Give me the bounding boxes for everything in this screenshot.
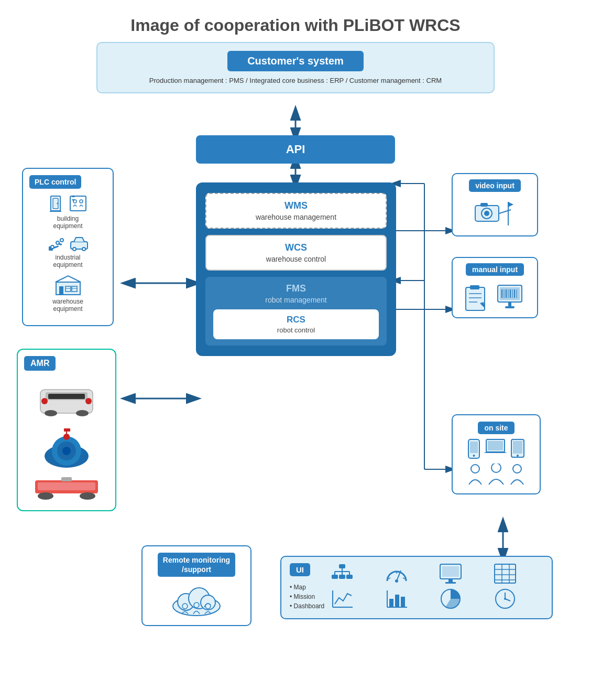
svg-point-98 xyxy=(471,465,479,473)
fms-box: FMS robot management RCS robot control xyxy=(205,277,387,346)
svg-point-97 xyxy=(517,455,519,457)
main-container: WMS warehouse management WCS warehouse c… xyxy=(196,182,396,356)
svg-rect-47 xyxy=(48,394,85,399)
customer-system-subtitle: Production management : PMS / Integrated… xyxy=(108,77,483,84)
wms-subtitle: warehouse management xyxy=(214,213,378,221)
svg-point-30 xyxy=(51,245,54,249)
warehouse-icons xyxy=(29,275,106,296)
svg-rect-115 xyxy=(332,575,338,579)
svg-rect-81 xyxy=(505,306,515,308)
svg-rect-60 xyxy=(38,482,95,490)
svg-rect-137 xyxy=(389,599,393,607)
svg-point-24 xyxy=(80,200,83,203)
camera-icon xyxy=(474,199,516,228)
manual-input-box: manual input xyxy=(452,257,538,318)
building-icons xyxy=(29,194,106,213)
fms-title: FMS xyxy=(213,283,379,294)
svg-rect-71 xyxy=(466,287,485,310)
svg-rect-67 xyxy=(480,203,488,207)
plc-warehouse-item: warehouseequipment xyxy=(29,275,106,313)
svg-point-51 xyxy=(76,410,89,416)
main-title: Image of cooperation with PLiBOT WRCS xyxy=(21,16,570,35)
cloud-icon xyxy=(170,585,223,617)
svg-point-61 xyxy=(38,492,53,500)
plc-industrial-item: industrialequipment xyxy=(29,236,106,268)
on-site-box: on site xyxy=(452,414,541,494)
manual-input-title: manual input xyxy=(466,263,524,276)
industrial-icons xyxy=(29,236,106,252)
svg-point-49 xyxy=(85,398,92,404)
on-site-people xyxy=(459,464,533,487)
svg-point-20 xyxy=(57,203,58,204)
svg-rect-72 xyxy=(470,285,479,289)
svg-point-99 xyxy=(491,464,501,472)
amr-robot3-svg xyxy=(32,476,101,500)
svg-rect-21 xyxy=(50,211,61,212)
svg-rect-139 xyxy=(401,597,405,607)
plc-box: PLC control xyxy=(22,168,114,326)
org-chart-icon xyxy=(331,563,354,584)
ui-dashboard-bullet: • Dashboard xyxy=(290,602,324,610)
ui-inner: UI • Map • Mission • Dashboard xyxy=(290,563,543,612)
elevator-icon xyxy=(70,194,86,213)
warehouse-building-icon xyxy=(55,275,81,296)
svg-point-104 xyxy=(201,595,215,610)
amr-robot2 xyxy=(24,427,109,474)
svg-rect-40 xyxy=(59,286,63,295)
ui-bullets: • Map • Mission • Dashboard xyxy=(290,584,324,610)
svg-marker-39 xyxy=(56,276,81,282)
svg-point-32 xyxy=(60,239,63,242)
plc-warehouse-label: warehouseequipment xyxy=(29,298,106,313)
svg-marker-26 xyxy=(72,199,75,201)
plc-building-label: buildingequipment xyxy=(29,215,106,230)
svg-point-48 xyxy=(41,398,48,404)
on-site-devices xyxy=(459,438,533,459)
monitor-icon xyxy=(439,563,462,584)
svg-point-92 xyxy=(473,455,475,457)
svg-rect-109 xyxy=(339,564,345,568)
remote-monitoring-box: Remote monitoring/support xyxy=(141,545,251,626)
rcs-box: RCS robot control xyxy=(213,309,379,339)
ui-title: UI xyxy=(290,563,310,576)
svg-point-55 xyxy=(62,447,71,455)
people-icon xyxy=(465,464,528,487)
api-label: API xyxy=(286,143,305,156)
plc-industrial-label: industrialequipment xyxy=(29,254,106,268)
customer-system-title: Customer's system xyxy=(227,51,364,71)
ui-map-bullet: • Map xyxy=(290,584,324,591)
svg-rect-91 xyxy=(470,441,478,453)
svg-rect-124 xyxy=(442,566,459,577)
manual-input-icons xyxy=(458,283,532,312)
amr-title: AMR xyxy=(24,356,56,371)
ui-box: UI • Map • Mission • Dashboard xyxy=(280,556,553,619)
svg-rect-116 xyxy=(339,575,345,579)
rcs-subtitle: robot control xyxy=(218,326,374,334)
ui-mission-bullet: • Mission xyxy=(290,593,324,600)
wcs-title: WCS xyxy=(214,242,378,253)
amr-box: AMR xyxy=(17,349,116,511)
plc-building-item: buildingequipment xyxy=(29,194,106,230)
svg-rect-138 xyxy=(395,595,399,607)
svg-rect-117 xyxy=(346,575,353,579)
plc-title: PLC control xyxy=(29,175,81,189)
svg-rect-80 xyxy=(508,302,511,306)
remote-title: Remote monitoring/support xyxy=(158,553,235,577)
video-input-box: video input xyxy=(452,173,538,236)
api-box: API xyxy=(196,135,395,164)
amr-robot2-svg xyxy=(38,427,95,472)
wcs-box: WCS warehouse control xyxy=(205,235,387,271)
svg-line-120 xyxy=(388,578,390,579)
svg-rect-96 xyxy=(513,441,522,454)
robot-arm-icon xyxy=(48,236,65,252)
wms-box: WMS warehouse management xyxy=(205,193,387,229)
video-input-title: video input xyxy=(469,179,521,192)
amr-robot1-svg xyxy=(30,379,103,421)
svg-point-50 xyxy=(45,410,57,416)
svg-point-37 xyxy=(83,248,85,250)
svg-point-62 xyxy=(80,492,95,500)
svg-rect-58 xyxy=(64,428,70,432)
amr-robot1 xyxy=(24,379,109,423)
amr-robot3 xyxy=(24,476,109,502)
svg-point-36 xyxy=(73,248,75,250)
ui-icons-grid xyxy=(331,563,543,609)
